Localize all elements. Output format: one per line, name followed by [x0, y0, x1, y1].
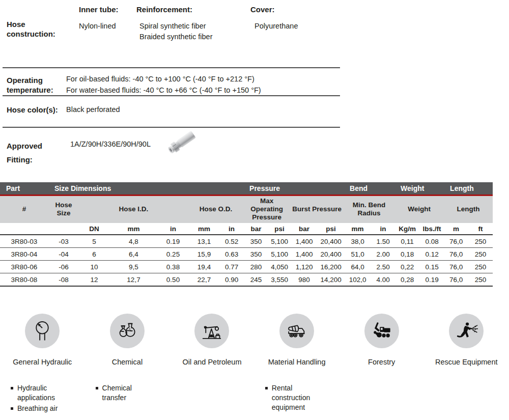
forestry-machine-icon	[364, 314, 399, 348]
table-row: 3R80-08-081212,70.5022,70.902453,5509801…	[0, 273, 493, 286]
oil-pumpjack-icon	[200, 319, 223, 343]
spec-cell: -08	[48, 273, 79, 286]
spec-cell: 0,28	[394, 273, 420, 286]
unit-cell: mm	[109, 223, 158, 235]
spec-cell: 350	[243, 247, 269, 260]
spec-cell: 250	[468, 235, 493, 248]
spec-cell: 3R80-04	[0, 247, 48, 260]
spec-cell: -04	[48, 247, 79, 260]
application-column: Rescue Equipment	[424, 314, 509, 413]
reinforcement-values: Spiral synthetic fiber Braided synthetic…	[139, 21, 212, 42]
spec-cell: 1.50	[372, 235, 394, 248]
unit-cell: bar	[243, 223, 269, 235]
spec-cell: 64,0	[344, 260, 372, 273]
spec-cell: 350	[243, 235, 269, 248]
datasheet-page: Inner tube: Reinforcement: Cover: Hose c…	[0, 0, 509, 420]
cover-value: Polyurethane	[254, 21, 298, 32]
spec-cell: 3R80-08	[0, 273, 48, 286]
group-header-cell: Pressure	[243, 182, 344, 195]
application-bullet-list: Chemical transfer	[85, 383, 156, 403]
application-bullet-list: Hydraulic applicationsBreathing air	[0, 383, 71, 413]
spec-cell: -06	[48, 260, 79, 273]
unit-cell: mm	[344, 223, 372, 235]
spec-cell: 250	[468, 247, 493, 260]
unit-cell: bar	[290, 223, 318, 235]
application-bullet-item: Breathing air	[10, 404, 71, 413]
hose-fitting-photo	[163, 127, 202, 157]
spec-cell: 9,5	[109, 260, 158, 273]
application-column: Oil and Petroleum	[169, 314, 254, 413]
hose-construction-label: Hose construction:	[7, 19, 68, 39]
application-bullet-item: Hydraulic applications	[10, 383, 71, 403]
unit-cell: in	[372, 223, 394, 235]
spec-cell: 12,7	[109, 273, 158, 286]
unit-cell: psi	[269, 223, 290, 235]
spec-cell: 4,050	[269, 260, 290, 273]
application-label: General Hydraulic	[13, 358, 72, 366]
unit-cell: psi	[318, 223, 344, 235]
table-row: 3R80-03-0354,80.1913,10.523505,1001,4002…	[0, 235, 493, 248]
spec-cell: 0.90	[220, 273, 243, 286]
mixer-truck-icon	[285, 319, 308, 343]
chemical-flasks-icon	[116, 319, 139, 343]
group-header-cell: Length	[444, 182, 493, 195]
spec-cell: 38,0	[344, 235, 372, 248]
spec-cell: 0,18	[394, 247, 420, 260]
spec-cell: 22,7	[188, 273, 220, 286]
water-based-temp-line: For water-based fluids: -40 °C to +66 °C…	[66, 85, 261, 96]
spec-cell: 14,200	[318, 273, 344, 286]
spec-cell: 0.52	[220, 235, 243, 248]
sub-header-cell: Length	[444, 195, 493, 223]
cover-header: Cover:	[250, 5, 275, 14]
spec-cell: 20,400	[318, 235, 344, 248]
unit-cell: in	[220, 223, 243, 235]
spec-cell: 2.50	[372, 260, 394, 273]
spec-cell: 5,100	[269, 235, 290, 248]
unit-cell: mm	[188, 223, 220, 235]
spec-cell: 0.15	[420, 260, 444, 273]
spec-table: PartSize DimensionsPressureBendWeightLen…	[0, 182, 493, 287]
inner-tube-value: Nylon-lined	[79, 21, 116, 32]
chemical-flasks-icon	[110, 314, 145, 348]
spec-cell: 0.63	[220, 247, 243, 260]
spec-cell: 6	[79, 247, 109, 260]
spec-cell: 13,1	[188, 235, 220, 248]
gauge-icon	[31, 319, 54, 343]
spec-cell: 76,0	[444, 247, 468, 260]
application-bullet-item: Chemical transfer	[95, 383, 156, 403]
table-row: 3R80-06-06109,50.3819,40.772804,0501,120…	[0, 260, 493, 273]
spec-cell: 0.19	[158, 235, 188, 248]
spec-cell: 980	[290, 273, 318, 286]
rescue-firefighter-icon	[455, 319, 478, 343]
sub-header-cell: Min. Bend Radius	[344, 195, 394, 223]
spec-cell: 0.08	[420, 235, 444, 248]
spec-cell: 245	[243, 273, 269, 286]
unit-cell	[0, 223, 48, 235]
approved-fitting-value: 1A/Z/90H/336E/90H/90L	[70, 140, 151, 148]
unit-cell: in	[158, 223, 188, 235]
spec-cell: 76,0	[444, 235, 468, 248]
spec-cell: 0.12	[420, 247, 444, 260]
sub-header-cell: Max Operating Pressure	[243, 195, 290, 223]
spec-cell: 15,9	[188, 247, 220, 260]
application-column: General HydraulicHydraulic applicationsB…	[0, 314, 85, 413]
forestry-machine-icon	[370, 319, 393, 343]
rescue-firefighter-icon	[449, 314, 484, 348]
application-label: Rescue Equipment	[435, 358, 498, 366]
unit-cell: Kg/m	[394, 223, 420, 235]
spec-cell: 1,400	[290, 247, 318, 260]
application-label: Material Handling	[268, 358, 326, 366]
group-header-cell: Part	[0, 182, 48, 195]
unit-cell: m	[444, 223, 468, 235]
unit-cell	[48, 223, 79, 235]
spec-cell: 12	[79, 273, 109, 286]
oil-pumpjack-icon	[194, 314, 229, 348]
inner-tube-header: Inner tube:	[79, 5, 119, 14]
sub-header-cell: Hose O.D.	[188, 195, 243, 223]
spec-cell: 2.00	[372, 247, 394, 260]
application-bullet-item: Rental construction equipment	[265, 383, 326, 412]
operating-temperature-values: For oil-based fluids: -40 °C to +100 °C …	[66, 73, 261, 96]
spec-cell: 0.38	[158, 260, 188, 273]
sub-header-cell: #	[0, 195, 48, 223]
spec-cell: 20,400	[318, 247, 344, 260]
